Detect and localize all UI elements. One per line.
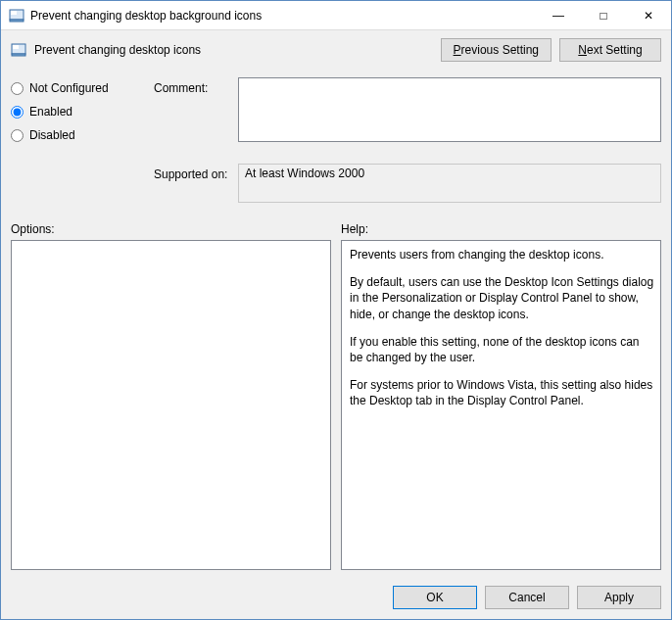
options-label: Options: <box>11 222 331 236</box>
footer: OK Cancel Apply <box>11 576 661 609</box>
svg-rect-2 <box>11 11 17 15</box>
supported-on-label: Supported on: <box>154 164 232 181</box>
previous-setting-button[interactable]: Previous Setting <box>441 38 552 62</box>
ok-button[interactable]: OK <box>393 586 477 609</box>
radio-disabled-label: Disabled <box>29 128 75 142</box>
radio-not-configured-input[interactable] <box>11 82 24 95</box>
comment-label: Comment: <box>154 77 232 142</box>
radio-enabled[interactable]: Enabled <box>11 105 148 119</box>
policy-name: Prevent changing desktop icons <box>34 43 433 57</box>
supported-on-field: At least Windows 2000 <box>238 164 661 203</box>
options-pane[interactable] <box>11 240 331 570</box>
radio-disabled-input[interactable] <box>11 129 24 142</box>
apply-button[interactable]: Apply <box>577 586 661 609</box>
radio-not-configured[interactable]: Not Configured <box>11 81 148 95</box>
policy-icon <box>9 8 24 24</box>
help-paragraph: By default, users can use the Desktop Ic… <box>350 274 654 322</box>
policy-window: Prevent changing desktop background icon… <box>0 0 672 620</box>
radio-disabled[interactable]: Disabled <box>11 128 148 142</box>
svg-rect-4 <box>12 54 25 56</box>
help-label: Help: <box>341 222 661 236</box>
help-paragraph: If you enable this setting, none of the … <box>350 334 654 365</box>
policy-icon <box>11 42 26 58</box>
header-row: Prevent changing desktop icons Previous … <box>11 38 661 62</box>
help-paragraph: For systems prior to Windows Vista, this… <box>350 377 654 408</box>
svg-rect-5 <box>13 45 19 49</box>
maximize-button[interactable]: □ <box>581 1 626 29</box>
help-paragraph: Prevents users from changing the desktop… <box>350 247 654 262</box>
lower-panes: Options: Help: Prevents users from chang… <box>11 222 661 570</box>
help-pane[interactable]: Prevents users from changing the desktop… <box>341 240 661 570</box>
radio-enabled-input[interactable] <box>11 106 24 119</box>
window-title: Prevent changing desktop background icon… <box>30 9 536 23</box>
comment-field[interactable] <box>238 77 661 142</box>
supported-row: Supported on: At least Windows 2000 <box>11 164 661 203</box>
svg-rect-1 <box>10 20 24 22</box>
minimize-button[interactable]: — <box>536 1 581 29</box>
titlebar: Prevent changing desktop background icon… <box>1 1 671 30</box>
next-setting-button[interactable]: Next Setting <box>559 38 661 62</box>
content-area: Prevent changing desktop icons Previous … <box>1 30 671 619</box>
cancel-button[interactable]: Cancel <box>485 586 569 609</box>
radio-not-configured-label: Not Configured <box>29 81 109 95</box>
radio-enabled-label: Enabled <box>29 105 72 119</box>
close-button[interactable]: ✕ <box>626 1 671 29</box>
config-grid: Not Configured Enabled Disabled Comment: <box>11 77 661 150</box>
